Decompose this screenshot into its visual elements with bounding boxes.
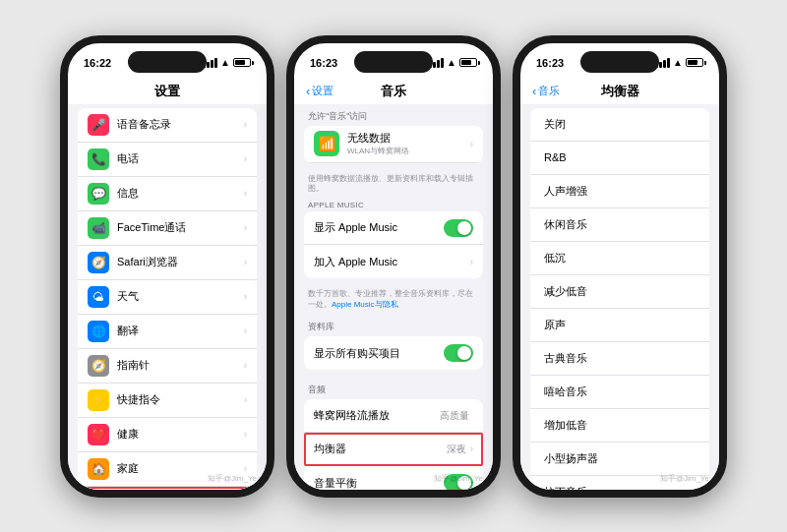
weather-icon: 🌤 [88, 286, 109, 308]
item-equalizer[interactable]: 均衡器 深夜 › [304, 433, 483, 466]
eq-hiphop[interactable]: 嘻哈音乐 [530, 376, 709, 409]
status-icons-2: ▲ [429, 57, 477, 68]
wifi-3: ▲ [673, 57, 683, 68]
compass-icon: 🧭 [88, 355, 109, 377]
back-button-2[interactable]: ‹ 设置 [306, 84, 333, 98]
battery-1 [233, 58, 251, 67]
eq-boost-bass[interactable]: 增加低音 [530, 409, 709, 443]
battery-3 [686, 58, 703, 67]
item-shortcuts[interactable]: ⚡ 快捷指令 › [78, 384, 257, 418]
chevron-weather: › [244, 291, 247, 302]
chevron-translate: › [244, 325, 247, 336]
nav-bar-3: ‹ 音乐 均衡器 [520, 81, 719, 104]
nav-bar-2: ‹ 设置 音乐 [294, 81, 493, 104]
time-1: 16:22 [84, 57, 111, 69]
eq-off[interactable]: 关闭 [530, 108, 709, 142]
eq-voice[interactable]: 人声增强 [530, 175, 709, 208]
back-button-3[interactable]: ‹ 音乐 [532, 84, 560, 98]
watermark-2: 知乎@Jim_Ye [434, 473, 483, 484]
phone-3: 16:23 ▲ ‹ 音乐 [513, 35, 727, 498]
page-title-3: 均衡器 [601, 83, 639, 100]
time-3: 16:23 [536, 57, 564, 69]
eq-classical[interactable]: 古典音乐 [530, 342, 709, 376]
phone-2: 16:23 ▲ ‹ 设置 [286, 35, 501, 498]
safari-icon: 🧭 [88, 252, 109, 273]
item-cellular-streaming[interactable]: 蜂窝网络流播放 高质量 [304, 399, 483, 433]
phones-container: 16:22 ▲ 设置 [50, 26, 737, 507]
item-voice-memo[interactable]: 🎤 语音备忘录 › [78, 108, 257, 143]
chevron-safari: › [244, 257, 247, 267]
facetime-icon: 📹 [88, 217, 109, 239]
apple-music-group: 显示 Apple Music 加入 Apple Music › [304, 211, 483, 278]
messages-icon: 💬 [88, 183, 109, 205]
chevron-phone: › [244, 153, 247, 164]
settings-group-1: 🎤 语音备忘录 › 📞 电话 › 💬 信息 › [78, 108, 257, 490]
dynamic-island-3 [580, 51, 659, 73]
wireless-icon: 📶 [314, 131, 339, 156]
equalizer-content: 关闭 R&B 人声增强 休闲音乐 低沉 减少低音 [520, 104, 719, 490]
settings-list-1: 🎤 语音备忘录 › 📞 电话 › 💬 信息 › [68, 104, 267, 490]
item-phone[interactable]: 📞 电话 › [78, 143, 257, 177]
item-health[interactable]: ❤️ 健康 › [78, 418, 257, 452]
item-music[interactable]: 🎵 音乐 › [78, 487, 257, 490]
page-title-2: 音乐 [381, 83, 406, 100]
eq-small-speaker[interactable]: 小型扬声器 [530, 443, 709, 476]
time-2: 16:23 [310, 57, 337, 69]
page-title-1: 设置 [154, 83, 180, 100]
home-icon: 🏠 [88, 458, 109, 480]
wireless-group: 📶 无线数据 WLAN与蜂窝网络 › [304, 126, 483, 163]
info-apple-music: 数千万首歌、专业推荐，整全音乐资料库，尽在一处。Apple Music与隐私 [294, 286, 493, 315]
item-weather[interactable]: 🌤 天气 › [78, 280, 257, 315]
chevron-join-am: › [470, 257, 473, 267]
watermark-3: 知乎@Jim_Ye [660, 473, 709, 484]
item-wireless[interactable]: 📶 无线数据 WLAN与蜂窝网络 › [304, 126, 483, 163]
phone-1: 16:22 ▲ 设置 [60, 35, 274, 498]
library-group: 显示所有购买项目 [304, 336, 483, 370]
toggle-show-apple-music[interactable] [444, 219, 473, 237]
section-header-library: 资料库 [294, 315, 493, 336]
chevron-messages: › [244, 188, 247, 199]
battery-2 [459, 58, 477, 67]
section-header-access: 允许"音乐"访问 [294, 104, 493, 126]
eq-leisure[interactable]: 休闲音乐 [530, 208, 709, 242]
item-safari[interactable]: 🧭 Safari浏览器 › [78, 246, 257, 280]
info-wireless: 使用蜂窝数据流播放、更新资料库和载入专辑插图。 [294, 171, 493, 200]
chevron-health: › [244, 429, 247, 440]
chevron-shortcuts: › [244, 394, 247, 405]
music-settings-content: 允许"音乐"访问 📶 无线数据 WLAN与蜂窝网络 › 使用蜂窝数据流播放、更新… [294, 104, 493, 490]
eq-rnb[interactable]: R&B [530, 142, 709, 175]
eq-acoustic[interactable]: 原声 [530, 309, 709, 342]
status-icons-3: ▲ [655, 57, 703, 68]
shortcuts-icon: ⚡ [88, 389, 109, 411]
dynamic-island-1 [128, 51, 207, 73]
health-icon: ❤️ [88, 424, 109, 445]
item-translate[interactable]: 🌐 翻译 › [78, 315, 257, 349]
toggle-show-purchases[interactable] [444, 344, 473, 362]
chevron-eq: › [470, 443, 473, 454]
eq-bass[interactable]: 低沉 [530, 242, 709, 275]
chevron-facetime: › [244, 222, 247, 233]
status-icons-1: ▲ [203, 57, 251, 68]
nav-bar-1: 设置 [68, 81, 267, 104]
phone-icon: 📞 [88, 148, 109, 170]
wifi-2: ▲ [447, 57, 456, 68]
section-header-audio: 音频 [294, 378, 493, 399]
item-facetime[interactable]: 📹 FaceTime通话 › [78, 211, 257, 246]
section-header-applemusic: APPLE MUSIC [294, 199, 493, 211]
voice-memo-icon: 🎤 [88, 114, 109, 136]
item-join-apple-music[interactable]: 加入 Apple Music › [304, 245, 483, 278]
watermark-1: 知乎@Jim_Ye [208, 473, 257, 484]
eq-reduce-bass[interactable]: 减少低音 [530, 275, 709, 309]
item-messages[interactable]: 💬 信息 › [78, 177, 257, 211]
item-compass[interactable]: 🧭 指南针 › [78, 349, 257, 384]
chevron-voice-memo: › [244, 119, 247, 130]
item-show-purchases[interactable]: 显示所有购买项目 [304, 336, 483, 370]
chevron-compass: › [244, 360, 247, 371]
chevron-wireless: › [470, 139, 473, 149]
eq-list: 关闭 R&B 人声增强 休闲音乐 低沉 减少低音 [530, 108, 709, 490]
wifi-1: ▲ [220, 57, 230, 68]
translate-icon: 🌐 [88, 321, 109, 342]
item-show-apple-music[interactable]: 显示 Apple Music [304, 211, 483, 245]
dynamic-island-2 [354, 51, 433, 73]
